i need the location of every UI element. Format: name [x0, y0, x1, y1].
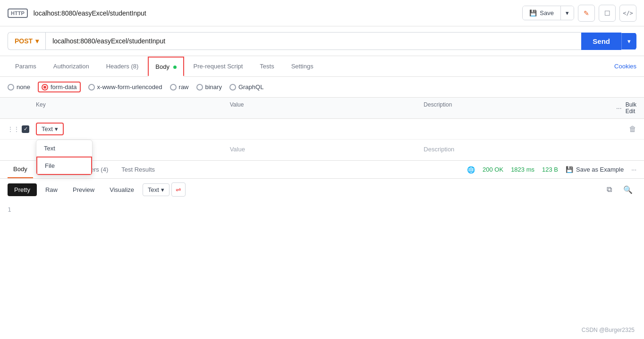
search-icon: 🔍 [623, 186, 633, 194]
radio-urlencoded[interactable]: x-www-form-urlencoded [88, 83, 162, 91]
method-select[interactable]: POST ▾ [8, 32, 45, 50]
type-dropdown-menu: Text File [36, 140, 93, 175]
type-dropdown-button[interactable]: Text ▾ [36, 123, 64, 135]
code-area: 1 [0, 200, 644, 238]
format-label: Text [148, 186, 159, 193]
url-bar: POST ▾ Send ▾ [0, 26, 644, 56]
tab-headers[interactable]: Headers (8) [99, 56, 146, 76]
page-title: localhost:8080/easyExcel/studentInput [34, 9, 517, 17]
row-checkbox[interactable]: ✓ [22, 125, 29, 133]
tab-tests[interactable]: Tests [252, 56, 281, 76]
radio-graphql-circle [229, 84, 236, 91]
type-dropdown-chevron-icon: ▾ [55, 125, 58, 132]
bulk-edit-button[interactable]: Bulk Edit [626, 101, 636, 115]
resp-tab-test-results[interactable]: Test Results [116, 161, 161, 178]
method-label: POST [15, 37, 33, 45]
type-dropdown-label: Text [42, 125, 53, 132]
code-icon: </> [623, 10, 633, 17]
comment-button[interactable]: ☐ [599, 5, 616, 22]
save-example-label: Save as Example [576, 166, 624, 173]
table-new-row: Key Value Description [0, 140, 644, 158]
tab-authorization[interactable]: Authorization [46, 56, 97, 76]
view-tab-preview[interactable]: Preview [66, 183, 101, 196]
col-header-description: Description [424, 101, 618, 115]
url-input[interactable] [45, 32, 581, 50]
comment-icon: ☐ [604, 9, 610, 17]
delete-row-button[interactable]: 🗑 [618, 125, 636, 133]
code-button[interactable]: </> [619, 5, 636, 22]
copy-button[interactable]: ⧉ [603, 183, 616, 196]
col-header-value: Value [230, 101, 424, 115]
edit-icon: ✎ [584, 9, 589, 17]
radio-urlencoded-circle [88, 84, 95, 91]
tab-cookies[interactable]: Cookies [614, 63, 636, 70]
send-button[interactable]: Send [581, 33, 621, 50]
resp-more-icon[interactable]: ··· [631, 166, 636, 173]
top-bar-actions: 💾 Save ▾ ✎ ☐ </> [522, 5, 636, 22]
radio-graphql[interactable]: GraphQL [229, 83, 263, 91]
save-example-button[interactable]: 💾 Save as Example [566, 166, 624, 173]
radio-raw[interactable]: raw [170, 83, 189, 91]
resp-tab-body[interactable]: Body [8, 161, 33, 178]
table-header: Key Value Description ··· Bulk Edit [0, 98, 644, 119]
resp-status-area: 🌐 200 OK 1823 ms 123 B 💾 Save as Example… [467, 166, 636, 174]
radio-none[interactable]: none [8, 83, 30, 91]
radio-form-data-circle [42, 84, 48, 91]
new-row-value[interactable]: Value [230, 146, 424, 153]
save-dropdown-button[interactable]: ▾ [560, 6, 574, 20]
watermark: CSDN @Burger2325 [582, 327, 635, 333]
dropdown-item-file[interactable]: File [36, 157, 92, 175]
response-size: 123 B [542, 166, 558, 173]
drag-handle: ⋮⋮ ✓ [8, 125, 36, 133]
col-header-key: Key [36, 101, 230, 115]
tab-body[interactable]: Body [148, 57, 184, 76]
wrap-icon: ⇌ [176, 186, 181, 193]
format-chevron-icon: ▾ [161, 186, 164, 193]
save-icon: 💾 [529, 9, 537, 17]
send-label: Send [593, 37, 610, 45]
table-more-icon[interactable]: ··· [616, 104, 622, 112]
status-badge: 200 OK [483, 166, 503, 173]
table-row: ⋮⋮ ✓ Text ▾ Text File 🗑 [0, 119, 644, 140]
save-example-icon: 💾 [566, 166, 573, 173]
view-tabs: Pretty Raw Preview Visualize Text ▾ ⇌ ⧉ … [0, 179, 644, 200]
radio-binary[interactable]: binary [196, 83, 222, 91]
view-tab-raw[interactable]: Raw [39, 183, 64, 196]
response-area: Body Cookies Headers (4) Test Results 🌐 … [0, 160, 644, 238]
line-number-1: 1 [8, 206, 11, 213]
tab-params[interactable]: Params [8, 56, 44, 76]
body-type-bar: none form-data x-www-form-urlencoded raw… [0, 77, 644, 98]
request-tabs: Params Authorization Headers (8) Body Pr… [0, 56, 644, 77]
send-chevron-icon: ▾ [627, 38, 631, 45]
col-header-actions: ··· Bulk Edit [618, 101, 636, 115]
drag-dots-icon: ⋮⋮ [8, 126, 20, 132]
send-button-group: Send ▾ [581, 33, 636, 50]
body-active-dot [173, 66, 177, 69]
view-tab-visualize[interactable]: Visualize [103, 183, 141, 196]
http-badge: HTTP [8, 8, 28, 18]
send-dropdown-button[interactable]: ▾ [621, 33, 636, 50]
dropdown-item-text[interactable]: Text [36, 140, 92, 157]
method-chevron-icon: ▾ [35, 37, 39, 45]
col-header-checkbox [8, 101, 36, 115]
wrap-button[interactable]: ⇌ [171, 182, 186, 197]
response-time: 1823 ms [511, 166, 534, 173]
save-button[interactable]: 💾 Save [523, 6, 560, 20]
format-dropdown-button[interactable]: Text ▾ [143, 183, 169, 196]
key-cell: Text ▾ Text File [36, 123, 230, 135]
view-tab-pretty[interactable]: Pretty [8, 183, 37, 196]
search-button[interactable]: 🔍 [619, 183, 636, 197]
tab-settings[interactable]: Settings [284, 56, 321, 76]
radio-binary-circle [196, 84, 203, 91]
top-bar: HTTP localhost:8080/easyExcel/studentInp… [0, 0, 644, 26]
new-row-description[interactable]: Description [424, 146, 618, 153]
copy-icon: ⧉ [607, 185, 612, 193]
radio-form-data[interactable]: form-data [38, 82, 81, 92]
radio-none-circle [8, 84, 14, 91]
save-button-group: 💾 Save ▾ [522, 6, 574, 20]
response-tabs: Body Cookies Headers (4) Test Results 🌐 … [0, 161, 644, 179]
tab-pre-request[interactable]: Pre-request Script [186, 56, 251, 76]
radio-raw-circle [170, 84, 177, 91]
save-label: Save [540, 9, 554, 17]
edit-button[interactable]: ✎ [578, 5, 595, 22]
